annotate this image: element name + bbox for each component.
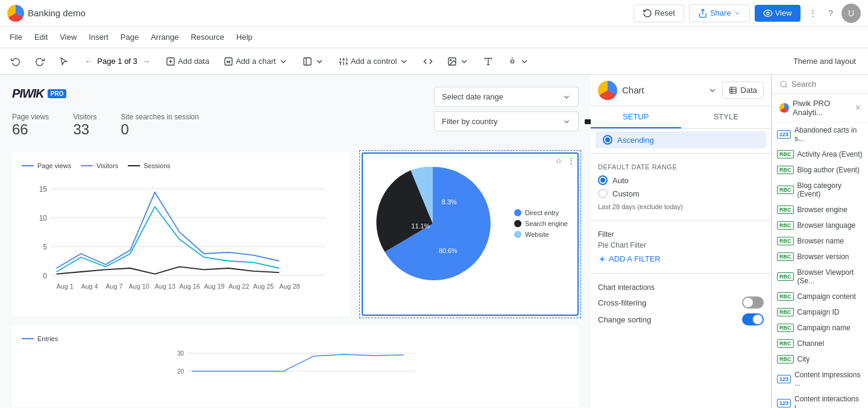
radio-custom[interactable]: Custom xyxy=(598,189,764,198)
share-button[interactable]: Share xyxy=(689,4,750,22)
shapes-icon xyxy=(508,57,517,66)
stat-value-page-views: 66 xyxy=(12,121,49,138)
add-filter-button[interactable]: ADD A FILTER xyxy=(598,254,661,263)
next-page-button[interactable]: → xyxy=(140,54,153,68)
svg-text:Aug 16: Aug 16 xyxy=(180,283,200,290)
layout-button[interactable] xyxy=(297,53,330,70)
search-input[interactable] xyxy=(791,80,861,89)
canvas-area: PIWIK PRO Page views 66 Visitors 33 Site… xyxy=(0,75,591,408)
image-icon xyxy=(447,57,457,66)
piwik-text: PIWIK xyxy=(12,87,44,101)
add-chart-button[interactable]: Add a chart xyxy=(218,53,294,70)
data-source-icon xyxy=(779,103,789,113)
panel-content: Ascending Default date range Auto Custom xyxy=(591,129,771,408)
date-range-chevron xyxy=(562,93,571,101)
stat-value-visitors: 33 xyxy=(73,121,96,138)
menu-help[interactable]: Help xyxy=(231,30,257,44)
filter-sub: Pie Chart Filter xyxy=(598,241,764,250)
list-item[interactable]: RBC Campaign name xyxy=(772,320,868,336)
add-data-button[interactable]: Add data xyxy=(160,53,215,70)
list-item[interactable]: RBC Browser engine xyxy=(772,202,868,218)
header-actions: Reset Share View ⋮ ? U xyxy=(634,4,861,23)
bottom-chart-legend: Entries xyxy=(22,335,569,342)
legend-search-engine: Search engine xyxy=(514,220,568,227)
menu-insert[interactable]: Insert xyxy=(84,30,113,44)
theme-layout-button[interactable]: Theme and layout xyxy=(786,53,863,69)
reset-button[interactable]: Reset xyxy=(634,4,684,22)
star-icon[interactable]: ☆ xyxy=(555,156,562,165)
redo-button[interactable] xyxy=(29,53,51,70)
list-item[interactable]: RBC City xyxy=(772,351,868,367)
layout-icon xyxy=(303,57,312,66)
radio-custom-circle[interactable] xyxy=(598,189,608,198)
chart-actions: ☆ ⋮ xyxy=(555,156,575,165)
legend-visitors: Visitors xyxy=(81,162,118,169)
list-item[interactable]: RBC Channel xyxy=(772,336,868,351)
svg-text:Aug 10: Aug 10 xyxy=(129,283,149,290)
list-item[interactable]: RBC Blog category (Event) xyxy=(772,178,868,202)
menu-view[interactable]: View xyxy=(55,30,81,44)
list-item[interactable]: RBC Browser Viewport (Se... xyxy=(772,265,868,289)
radio-auto[interactable]: Auto xyxy=(598,175,764,185)
legend-line-entries xyxy=(22,338,34,339)
list-item[interactable]: 123 Content interactions i... xyxy=(772,391,868,408)
control-icon xyxy=(339,57,348,66)
svg-text:30: 30 xyxy=(177,350,184,357)
ascending-radio[interactable] xyxy=(603,135,612,145)
date-range-dropdown[interactable]: Select date range xyxy=(434,87,579,107)
plus-icon xyxy=(598,255,606,263)
list-item[interactable]: 123 Abandoned carts in s... xyxy=(772,122,868,146)
menu-file[interactable]: File xyxy=(5,30,27,44)
list-item[interactable]: RBC Browser language xyxy=(772,218,868,233)
list-item[interactable]: RBC Browser version xyxy=(772,249,868,265)
shapes-button[interactable] xyxy=(502,53,535,70)
charts-container: Page views Visitors Sessions xyxy=(12,152,579,316)
code-button[interactable] xyxy=(417,53,439,70)
add-control-button[interactable]: Add a control xyxy=(333,53,415,70)
list-item[interactable]: RBC Campaign content xyxy=(772,289,868,304)
menu-page[interactable]: Page xyxy=(116,30,143,44)
svg-text:15: 15 xyxy=(39,185,48,193)
divider-1 xyxy=(591,153,771,154)
data-source-close[interactable]: × xyxy=(855,102,861,113)
interactions-section: Chart interactions Cross-filtering Chang… xyxy=(591,278,771,335)
list-item[interactable]: RBC Activity Area (Event) xyxy=(772,146,868,162)
more-chart-options[interactable]: ⋮ xyxy=(567,156,575,165)
view-button[interactable]: View xyxy=(755,5,800,22)
pointer-button[interactable] xyxy=(53,53,75,70)
cross-filtering-toggle[interactable] xyxy=(742,297,764,309)
list-item[interactable]: RBC Blog author (Event) xyxy=(772,162,868,178)
svg-text:5: 5 xyxy=(43,243,47,251)
text-button[interactable] xyxy=(477,53,499,70)
code-icon xyxy=(423,57,433,66)
tab-style[interactable]: STYLE xyxy=(681,106,772,128)
panel-data-button[interactable]: Data xyxy=(722,81,764,99)
menu-bar: File Edit View Insert Page Arrange Resou… xyxy=(0,27,868,48)
legend-dot-direct xyxy=(514,209,521,216)
avatar[interactable]: U xyxy=(841,4,861,23)
filter-country-dropdown[interactable]: Filter by country xyxy=(434,111,579,131)
change-sorting-toggle[interactable] xyxy=(742,313,764,325)
ascending-option[interactable]: Ascending xyxy=(596,131,766,148)
more-options-button[interactable]: ⋮ xyxy=(805,5,820,21)
stat-label-searches: Site searches in session xyxy=(121,113,199,121)
list-item[interactable]: RBC Campaign ID xyxy=(772,304,868,320)
panel-chevron-icon[interactable] xyxy=(708,86,717,95)
undo-button[interactable] xyxy=(5,53,27,70)
help-button[interactable]: ? xyxy=(825,5,837,21)
radio-auto-circle[interactable] xyxy=(598,175,608,185)
legend-dot-website xyxy=(514,231,521,238)
image-button[interactable] xyxy=(441,53,475,70)
list-item[interactable]: 123 Content impressions ... xyxy=(772,367,868,391)
line-chart-box: Page views Visitors Sessions xyxy=(12,152,350,316)
top-bar: Banking demo Reset Share View ⋮ ? U xyxy=(0,0,868,27)
bottom-chart-box: Entries 20 30 xyxy=(12,325,579,407)
list-item[interactable]: RBC Browser name xyxy=(772,233,868,249)
menu-edit[interactable]: Edit xyxy=(30,30,52,44)
prev-page-button[interactable]: ← xyxy=(82,54,95,68)
app-title: Banking demo xyxy=(28,8,86,18)
interactions-title: Chart interactions xyxy=(598,283,764,292)
menu-resource[interactable]: Resource xyxy=(186,30,229,44)
menu-arrange[interactable]: Arrange xyxy=(146,30,183,44)
tab-setup[interactable]: SETUP xyxy=(591,106,681,128)
